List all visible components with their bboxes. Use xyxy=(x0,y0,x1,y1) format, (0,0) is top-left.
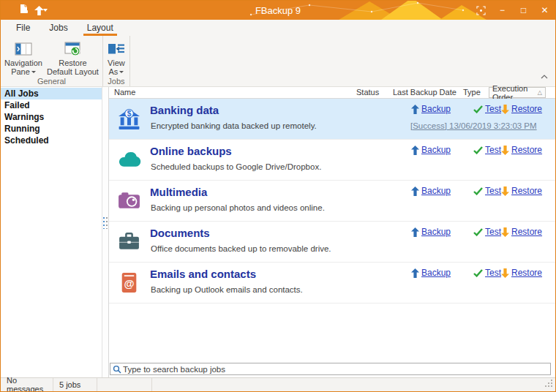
sidebar-splitter[interactable] xyxy=(102,87,109,377)
ribbon-group-label-jobs: Jobs xyxy=(105,76,128,86)
column-header-type[interactable]: Type xyxy=(463,88,481,97)
ribbon-tab-bar: File Jobs Layout xyxy=(1,20,555,36)
job-row[interactable]: Multimedia Backing up personal photos an… xyxy=(109,181,555,222)
tab-file[interactable]: File xyxy=(7,20,40,36)
job-list-header: Name Status Last Backup Date Type Execut… xyxy=(109,87,555,99)
backup-arrow-icon xyxy=(411,105,419,114)
restore-default-label-2: Default Layout xyxy=(47,68,99,77)
restore-link[interactable]: Restore xyxy=(501,145,542,155)
svg-text:$: $ xyxy=(127,110,132,118)
svg-text:@: @ xyxy=(124,278,134,290)
navigation-pane-label-2: Pane xyxy=(11,68,36,77)
job-description: Encrypted banking data backed up remotel… xyxy=(151,121,317,130)
restore-link[interactable]: Restore xyxy=(501,186,542,196)
restore-default-layout-button[interactable]: Restore Default Layout xyxy=(45,38,101,76)
restore-link[interactable]: Restore xyxy=(501,104,542,114)
test-link[interactable]: Test xyxy=(473,145,501,155)
backup-up-arrow-icon[interactable] xyxy=(34,6,48,15)
sidebar-item-scheduled[interactable]: Scheduled xyxy=(1,135,102,146)
ribbon-display-options-icon[interactable] xyxy=(470,1,492,20)
search-input[interactable] xyxy=(121,365,550,374)
restore-arrow-icon xyxy=(501,105,509,114)
navigation-pane-icon xyxy=(14,39,33,59)
test-link[interactable]: Test xyxy=(473,104,501,114)
window-controls: − □ ✕ xyxy=(470,1,555,20)
backup-link[interactable]: Backup xyxy=(411,186,451,196)
backup-arrow-icon xyxy=(411,186,419,196)
sidebar: All Jobs Failed Warnings Running Schedul… xyxy=(1,87,102,377)
maximize-button[interactable]: □ xyxy=(513,1,534,20)
navigation-pane-button[interactable]: Navigation Pane xyxy=(2,38,45,76)
column-header-status[interactable]: Status xyxy=(356,88,379,97)
backup-arrow-icon xyxy=(411,227,419,237)
job-title[interactable]: Banking data xyxy=(150,104,219,116)
statusbar-messages: No messages xyxy=(1,378,53,391)
resize-grip-icon[interactable] xyxy=(544,379,553,389)
titlebar: FBackup 9 − □ ✕ xyxy=(1,1,555,20)
test-check-icon xyxy=(473,105,483,113)
backup-link[interactable]: Backup xyxy=(411,145,451,155)
collapse-ribbon-icon[interactable] xyxy=(541,69,548,82)
content-area: All Jobs Failed Warnings Running Schedul… xyxy=(1,87,555,377)
statusbar-jobs-count: 5 jobs xyxy=(53,378,97,391)
test-link[interactable]: Test xyxy=(473,227,501,237)
ribbon-group-general: Navigation Pane Restore Default Layout G… xyxy=(1,36,103,86)
job-title[interactable]: Documents xyxy=(150,227,210,239)
view-as-button[interactable]: View As xyxy=(105,38,128,76)
tab-layout[interactable]: Layout xyxy=(78,20,123,36)
restore-arrow-icon xyxy=(501,227,509,237)
restore-arrow-icon xyxy=(501,186,509,196)
splitter-grip-icon xyxy=(106,217,108,229)
column-header-name[interactable]: Name xyxy=(114,88,135,97)
chevron-down-icon xyxy=(119,71,124,73)
sidebar-item-failed[interactable]: Failed xyxy=(1,99,102,111)
job-description: Office documents backed up to removable … xyxy=(151,244,331,253)
tab-jobs[interactable]: Jobs xyxy=(40,20,77,36)
splitter-grip-icon xyxy=(103,217,105,229)
view-as-icon xyxy=(107,39,126,59)
sidebar-item-warnings[interactable]: Warnings xyxy=(1,111,102,123)
backup-link[interactable]: Backup xyxy=(411,268,451,278)
statusbar: No messages 5 jobs xyxy=(1,377,555,391)
view-as-label-2: As xyxy=(109,68,124,77)
search-box[interactable] xyxy=(110,363,551,375)
ribbon-group-jobs: View As Jobs xyxy=(103,36,130,86)
job-title[interactable]: Multimedia xyxy=(150,186,207,198)
job-title[interactable]: Emails and contacts xyxy=(150,268,256,280)
job-title[interactable]: Online backups xyxy=(150,145,232,157)
restore-link[interactable]: Restore xyxy=(501,268,542,278)
cloud-icon xyxy=(117,148,141,172)
column-header-execution-order[interactable]: Execution Order △ xyxy=(489,87,546,98)
job-list-empty-space xyxy=(109,304,555,360)
backup-arrow-icon xyxy=(411,146,419,155)
ribbon-group-label-general: General xyxy=(2,76,101,86)
camera-icon xyxy=(117,189,141,213)
job-row[interactable]: @ Emails and contacts Backing up Outlook… xyxy=(109,263,555,304)
restore-link[interactable]: Restore xyxy=(501,227,542,237)
fbackup-window: { "titlebar": { "title": "FBackup 9", "q… xyxy=(0,0,556,392)
briefcase-icon xyxy=(117,230,141,254)
restore-default-label-1: Restore xyxy=(59,59,87,68)
test-link[interactable]: Test xyxy=(473,186,501,196)
column-header-last-backup-date[interactable]: Last Backup Date xyxy=(393,88,457,97)
sidebar-item-running[interactable]: Running xyxy=(1,123,102,135)
dropdown-caret-icon xyxy=(43,9,48,12)
backup-link[interactable]: Backup xyxy=(411,227,451,237)
restore-arrow-icon xyxy=(501,146,509,155)
backup-link[interactable]: Backup xyxy=(411,104,451,114)
test-check-icon xyxy=(473,228,483,236)
close-button[interactable]: ✕ xyxy=(534,1,555,20)
minimize-button[interactable]: − xyxy=(492,1,513,20)
job-row[interactable]: Documents Office documents backed up to … xyxy=(109,222,555,263)
email-book-icon: @ xyxy=(117,271,141,295)
sort-ascending-icon: △ xyxy=(538,89,542,96)
job-row[interactable]: Online backups Scheduled backups to Goog… xyxy=(109,140,555,181)
last-backup-status-link[interactable]: [Success] 13/06/2019 3:23:03 PM xyxy=(410,121,537,130)
job-row[interactable]: $ Banking data Encrypted banking data ba… xyxy=(109,99,555,140)
search-row xyxy=(109,360,555,377)
ribbon: Navigation Pane Restore Default Layout G… xyxy=(1,36,555,87)
job-description: Scheduled backups to Google Drive/Dropbo… xyxy=(151,162,321,171)
test-link[interactable]: Test xyxy=(473,268,501,278)
sidebar-item-all-jobs[interactable]: All Jobs xyxy=(1,88,102,99)
new-backup-job-icon[interactable] xyxy=(20,4,28,17)
